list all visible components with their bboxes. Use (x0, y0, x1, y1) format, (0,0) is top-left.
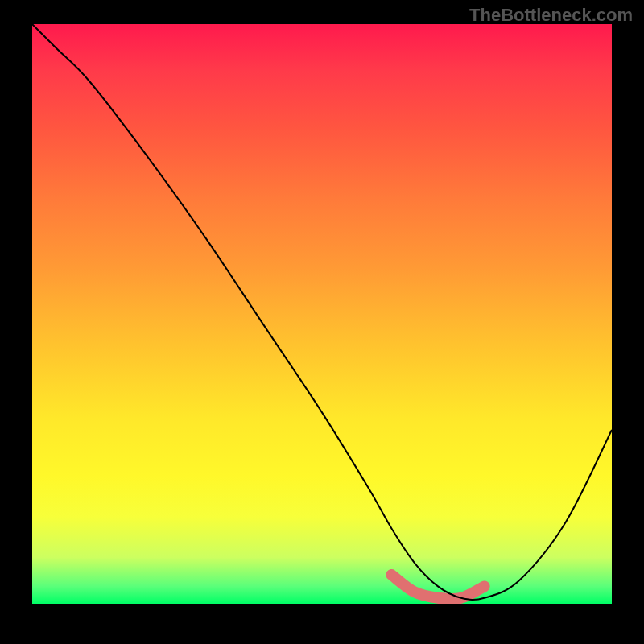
chart-svg (32, 24, 612, 604)
chart-plot-area (32, 24, 612, 604)
watermark-text: TheBottleneck.com (469, 5, 633, 26)
bottleneck-curve-line (32, 24, 612, 600)
